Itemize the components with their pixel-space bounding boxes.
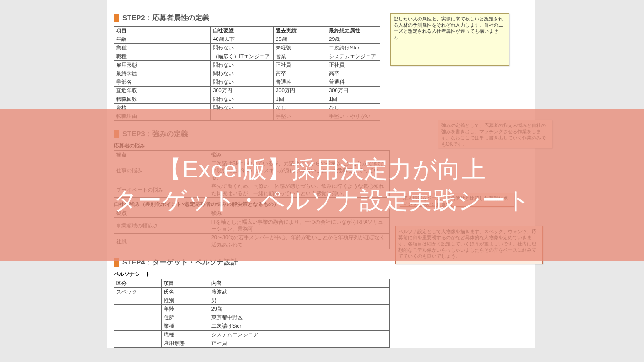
col-header[interactable]: 自社要望 bbox=[211, 27, 274, 35]
cell[interactable]: 1回 bbox=[327, 95, 380, 104]
cell[interactable]: 普通科 bbox=[327, 78, 380, 87]
cell[interactable]: 29歳 bbox=[209, 305, 389, 313]
title-overlay: 【Excel版】採用決定力が向上 ターゲット・ペルソナ設定実践シート bbox=[0, 109, 644, 261]
cell[interactable]: 性別 bbox=[161, 296, 209, 305]
cell[interactable]: 25歳 bbox=[274, 35, 327, 44]
cell[interactable]: 普通科 bbox=[274, 78, 327, 87]
cell[interactable]: 正社員 bbox=[209, 339, 389, 348]
cell[interactable]: 東京都中野区 bbox=[209, 313, 389, 322]
cell[interactable]: 正社員 bbox=[274, 61, 327, 69]
cell[interactable]: 雇用形態 bbox=[161, 339, 209, 348]
step2-table[interactable]: 項目 自社要望 過去実績 最終想定属性 年齢40歳以下25歳29歳 業種問わない… bbox=[114, 26, 380, 121]
cell[interactable]: 未経験 bbox=[274, 44, 327, 52]
col-header[interactable]: 区分 bbox=[114, 279, 162, 288]
cell[interactable]: （幅広く）ITエンジニア bbox=[211, 52, 274, 61]
overlay-line2: ターゲット・ペルソナ設定実践シート bbox=[113, 185, 531, 216]
cell[interactable]: 職種 bbox=[114, 52, 211, 61]
table-row: 住所東京都中野区 bbox=[114, 313, 390, 322]
table-row: 職種システムエンジニア bbox=[114, 331, 390, 339]
cell[interactable] bbox=[114, 296, 162, 305]
col-header[interactable]: 項目 bbox=[114, 27, 211, 35]
col-header[interactable]: 過去実績 bbox=[274, 27, 327, 35]
cell[interactable]: 300万円 bbox=[274, 87, 327, 95]
cell[interactable]: システムエンジニア bbox=[327, 52, 380, 61]
cell[interactable]: 氏名 bbox=[161, 288, 209, 296]
cell[interactable]: 転職回数 bbox=[114, 95, 211, 104]
cell[interactable]: 住所 bbox=[161, 313, 209, 322]
cell[interactable]: 1回 bbox=[274, 95, 327, 104]
col-header[interactable]: 内容 bbox=[209, 279, 389, 288]
cell[interactable]: 業種 bbox=[161, 322, 209, 331]
table-row: 年齢40歳以下25歳29歳 bbox=[114, 35, 380, 44]
cell[interactable] bbox=[114, 331, 162, 339]
cell[interactable]: 男 bbox=[209, 296, 389, 305]
cell[interactable]: 年齢 bbox=[161, 305, 209, 313]
comment-note-1[interactable]: 記したい人の属性と、実際に来て欲しいと想定される人材の予測属性をそれぞれ入力しま… bbox=[390, 13, 509, 66]
cell[interactable]: スペック bbox=[114, 288, 162, 296]
cell[interactable]: 年齢 bbox=[114, 35, 211, 44]
cell[interactable]: 最終学歴 bbox=[114, 69, 211, 78]
table-row: 職種（幅広く）ITエンジニア営業システムエンジニア bbox=[114, 52, 380, 61]
cell[interactable]: 高卒 bbox=[327, 69, 380, 78]
cell[interactable]: 直近年収 bbox=[114, 87, 211, 95]
table-row: 学部名問わない普通科普通科 bbox=[114, 78, 380, 87]
cell[interactable]: 問わない bbox=[211, 44, 274, 52]
table-row: 転職回数問わない1回1回 bbox=[114, 95, 380, 104]
table-header-row: 項目 自社要望 過去実績 最終想定属性 bbox=[114, 27, 380, 35]
table-row: 直近年収300万円300万円300万円 bbox=[114, 87, 380, 95]
table-row: 業種二次請けSier bbox=[114, 322, 390, 331]
table-row: 年齢29歳 bbox=[114, 305, 390, 313]
cell[interactable]: 二次請けSier bbox=[209, 322, 389, 331]
cell[interactable]: 問わない bbox=[211, 95, 274, 104]
cell[interactable]: 二次請けSIer bbox=[327, 44, 380, 52]
step4-sub: ペルソナシート bbox=[114, 271, 535, 278]
overlay-line1: 【Excel版】採用決定力が向上 bbox=[158, 154, 486, 185]
cell[interactable]: システムエンジニア bbox=[209, 331, 389, 339]
col-header[interactable]: 項目 bbox=[161, 279, 209, 288]
section-marker-icon bbox=[114, 14, 119, 22]
cell[interactable]: 正社員 bbox=[327, 61, 380, 69]
cell[interactable]: 高卒 bbox=[274, 69, 327, 78]
cell[interactable]: 問わない bbox=[211, 69, 274, 78]
cell[interactable]: 雇用形態 bbox=[114, 61, 211, 69]
table-row: 雇用形態正社員 bbox=[114, 339, 390, 348]
cell[interactable]: 学部名 bbox=[114, 78, 211, 87]
col-header[interactable]: 最終想定属性 bbox=[327, 27, 380, 35]
cell[interactable]: 300万円 bbox=[327, 87, 380, 95]
cell[interactable] bbox=[114, 313, 162, 322]
cell[interactable]: 300万円 bbox=[211, 87, 274, 95]
cell[interactable]: 業種 bbox=[114, 44, 211, 52]
table-row: 雇用形態問わない正社員正社員 bbox=[114, 61, 380, 69]
table-row: 最終学歴問わない高卒高卒 bbox=[114, 69, 380, 78]
cell[interactable]: 職種 bbox=[161, 331, 209, 339]
cell[interactable]: 29歳 bbox=[327, 35, 380, 44]
cell[interactable] bbox=[114, 339, 162, 348]
table-row: 性別男 bbox=[114, 296, 390, 305]
cell[interactable]: 40歳以下 bbox=[211, 35, 274, 44]
step4-table[interactable]: 区分項目内容 スペック氏名藤波武 性別男 年齢29歳 住所東京都中野区 業種二次… bbox=[114, 279, 390, 348]
cell[interactable] bbox=[114, 305, 162, 313]
cell[interactable]: 営業 bbox=[274, 52, 327, 61]
table-row: 業種問わない未経験二次請けSIer bbox=[114, 44, 380, 52]
cell[interactable]: 問わない bbox=[211, 78, 274, 87]
cell[interactable]: 藤波武 bbox=[209, 288, 389, 296]
cell[interactable] bbox=[114, 322, 162, 331]
step2-title: STEP2：応募者属性の定義 bbox=[122, 13, 209, 22]
cell[interactable]: 問わない bbox=[211, 61, 274, 69]
table-row: スペック氏名藤波武 bbox=[114, 288, 390, 296]
